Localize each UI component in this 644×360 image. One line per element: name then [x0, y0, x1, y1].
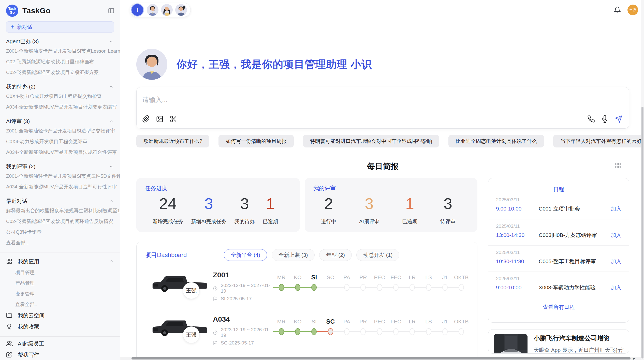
sidebar-item[interactable]: A034-全新新能源MUV产品开发项目造型可行性评审: [0, 182, 120, 192]
milestone: LR: [404, 274, 420, 291]
chevron-up-icon[interactable]: [108, 118, 114, 124]
project-row[interactable]: 王强Z0012023-12-19 ~ 2027-01-19SI-2025-05-…: [145, 267, 470, 305]
news-card[interactable]: 小鹏飞行汽车制造公司增资 天眼查 App 显示，近日广州汇天飞行汽...: [488, 329, 629, 354]
user-avatar[interactable]: 王强: [627, 5, 638, 15]
sidebar-section-header[interactable]: 我的评审 (2): [0, 162, 120, 171]
layout-grid-icon[interactable]: [614, 162, 621, 169]
vertical-scrollbar[interactable]: [641, 0, 644, 360]
sidebar-subitem[interactable]: 变更管理: [0, 289, 120, 299]
milestone-label: PR: [355, 318, 371, 325]
sidebar-subitem[interactable]: 项目管理: [0, 267, 120, 278]
stat-item: 1已逾期: [263, 195, 278, 225]
dashboard-tab[interactable]: 全新平台 (4): [224, 249, 267, 261]
suggestion-chip[interactable]: 比亚迪全固态电池计划具体说了什么: [448, 135, 544, 147]
view-all-schedule-link[interactable]: 查看所有日程: [488, 304, 629, 311]
chat-composer[interactable]: 请输入...: [136, 87, 629, 129]
milestone: KO: [289, 274, 306, 291]
suggestion-chip[interactable]: 如何写一份清晰的项目周报: [218, 135, 294, 147]
project-row[interactable]: 王强A0342023-12-19 ~ 2026-01-19SC-2025-05-…: [145, 312, 470, 349]
sidebar-item[interactable]: 公司Q3轻卡销量: [0, 227, 120, 237]
suggestion-chip[interactable]: 特朗普可能对进口汽车增税会对中国车企造成哪些影响: [303, 135, 439, 147]
add-agent-button[interactable]: +: [131, 4, 143, 16]
scroll-right-arrow-icon[interactable]: ▶: [633, 357, 635, 360]
sidebar-tool-edit[interactable]: 帮我写作: [0, 349, 120, 360]
sidebar-item[interactable]: A034-全新新能源MUV产品开发项目计划变更表编写: [0, 102, 120, 112]
stat-value: 1: [263, 195, 278, 213]
milestone: LR: [404, 318, 420, 335]
sidebar-section-header[interactable]: AI评审 (3): [0, 117, 120, 126]
chevron-up-icon[interactable]: [108, 258, 114, 265]
horizontal-scrollbar-thumb[interactable]: [131, 357, 631, 359]
chevron-up-icon[interactable]: [108, 198, 114, 204]
sidebar-section: 我的评审 (2)Z001-全新燃油轻卡产品开发项目SI节点属性5D文件评审A03…: [0, 162, 120, 192]
sidebar-item-award[interactable]: 我的收藏: [0, 321, 120, 332]
microphone-icon[interactable]: [601, 115, 609, 123]
milestone-dot: [426, 328, 431, 335]
sidebar-item-my-apps[interactable]: 我的应用: [0, 256, 120, 267]
sidebar-section: 最近对话解释最新出台的欧盟报废车法规再生塑料比例被调至15%...C02-飞腾新…: [0, 197, 120, 248]
milestone-dot: [459, 284, 464, 291]
sidebar-section-header[interactable]: Agent已办 (3): [0, 37, 120, 46]
attach-file-icon[interactable]: [142, 115, 150, 123]
sidebar-subitem[interactable]: 产品管理: [0, 278, 120, 289]
dashboard-tab[interactable]: 动总开发 (1): [356, 249, 400, 261]
sidebar-item[interactable]: A034-全新新能源MUV产品开发项目法规符合性评审: [0, 147, 120, 158]
sidebar-item[interactable]: Z001-全新燃油皮卡产品开发项目SI节点Lesson Learn报告: [0, 46, 120, 56]
sidebar-tool-users[interactable]: AI超级员工: [0, 338, 120, 349]
agent-avatar-1[interactable]: [147, 4, 158, 16]
sidebar-item[interactable]: Z001-全新燃油轻卡产品开发项目SI造型提交物评审: [0, 126, 120, 136]
stat-item: 24新增完成任务: [153, 195, 183, 225]
notification-bell-icon[interactable]: [614, 6, 621, 13]
collapse-sidebar-icon[interactable]: [108, 7, 114, 14]
chevron-up-icon[interactable]: [108, 39, 114, 44]
dashboard-tab[interactable]: 年型 (2): [319, 249, 352, 261]
milestone-label: FEC: [388, 274, 404, 281]
sidebar-item[interactable]: C0X4-动力总成开发项目SI里程碑提交物检查: [0, 91, 120, 102]
sidebar-subitem[interactable]: 查看全部...: [0, 299, 120, 310]
horizontal-scrollbar[interactable]: ▶: [120, 357, 644, 360]
project-flag: SC-2025-05-17: [221, 340, 254, 346]
join-meeting-link[interactable]: 加入: [611, 232, 621, 239]
milestone-dot: [442, 284, 448, 291]
schedule-event-title: C001-立项审批会: [539, 205, 611, 212]
clock-icon: [213, 330, 218, 335]
milestone-track: MRKOSISCPAPRPECFECLRLSJ1OKTB: [273, 318, 470, 343]
milestone-dot: [459, 328, 464, 335]
agent-avatar-2[interactable]: [161, 4, 173, 16]
vertical-scrollbar-thumb[interactable]: [641, 107, 643, 358]
users-icon: [6, 340, 13, 347]
dashboard-tab[interactable]: 全新上装 (3): [272, 249, 315, 261]
join-meeting-link[interactable]: 加入: [611, 258, 621, 265]
chevron-up-icon[interactable]: [108, 164, 114, 169]
suggestion-chip[interactable]: 当下年轻人对汽车外观有怎样的喜好趋势: [553, 135, 644, 147]
sidebar-item[interactable]: C02-飞腾新能源轻客改款项目立项汇报方案: [0, 67, 120, 78]
sidebar-item[interactable]: Z001-全新燃油轻卡产品开发项目SI节点属性5D文件评审: [0, 171, 120, 182]
stat-value: 3: [191, 195, 226, 213]
insert-image-icon[interactable]: [156, 115, 164, 123]
stat-value: 3: [359, 195, 379, 213]
agent-avatar-3[interactable]: [175, 4, 187, 16]
chevron-up-icon[interactable]: [108, 84, 114, 89]
sidebar-item[interactable]: C02-飞腾新能源轻客改款项目的闭环通告反馈情况: [0, 216, 120, 227]
join-meeting-link[interactable]: 加入: [611, 205, 621, 212]
sidebar-item-folder[interactable]: 我的云空间: [0, 310, 120, 321]
milestone: OKTB: [453, 274, 470, 291]
schedule-date: 2025/03/11: [496, 223, 621, 229]
join-meeting-link[interactable]: 加入: [611, 284, 621, 291]
send-icon[interactable]: [615, 115, 622, 123]
voice-call-icon[interactable]: [587, 115, 595, 123]
suggestion-chip[interactable]: 欧洲新规最近颁布了什么?: [136, 135, 209, 147]
sidebar-section-header[interactable]: 我的待办 (2): [0, 82, 120, 91]
sidebar-item[interactable]: 解释最新出台的欧盟报废车法规再生塑料比例被调至15%...: [0, 205, 120, 216]
sidebar-section-header[interactable]: 最近对话: [0, 197, 120, 205]
sidebar-item[interactable]: 查看全部...: [0, 237, 120, 248]
project-dashboard-card: 项目Dashboard 全新平台 (4)全新上装 (3)年型 (2)动总开发 (…: [136, 242, 477, 360]
suggestion-chips: 欧洲新规最近颁布了什么?如何写一份清晰的项目周报特朗普可能对进口汽车增税会对中国…: [136, 135, 629, 147]
stat-label: 新增完成任务: [153, 218, 183, 225]
new-chat-button[interactable]: + 新对话: [6, 21, 114, 33]
schedule-date: 2025/03/11: [496, 250, 621, 255]
screenshot-scissors-icon[interactable]: [170, 115, 177, 123]
milestone: SC: [322, 318, 339, 335]
sidebar-item[interactable]: C0X4-动力总成开发项目工程变更评审: [0, 136, 120, 147]
sidebar-item[interactable]: C02-飞腾新能源轻客改款项目里程碑画布: [0, 56, 120, 67]
